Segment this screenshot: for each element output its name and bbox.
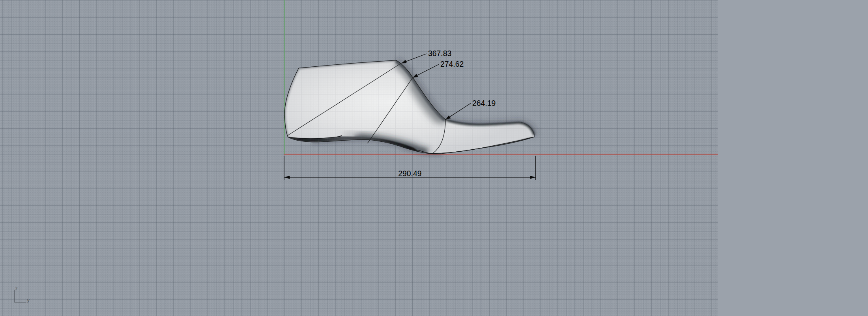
- svg-text:264.19: 264.19: [472, 99, 496, 107]
- svg-text:290.49: 290.49: [398, 169, 421, 178]
- svg-text:367.83: 367.83: [428, 49, 451, 58]
- svg-text:274.62: 274.62: [440, 60, 464, 68]
- svg-text:z: z: [15, 286, 18, 292]
- svg-text:y: y: [27, 297, 30, 303]
